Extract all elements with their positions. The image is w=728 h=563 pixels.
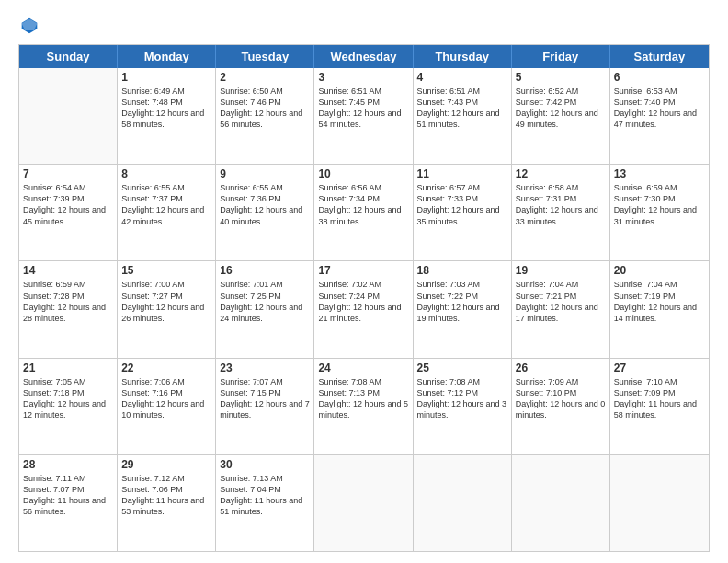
logo-icon	[20, 17, 39, 35]
cal-cell: 7Sunrise: 6:54 AM Sunset: 7:39 PM Daylig…	[19, 165, 118, 260]
cal-cell: 14Sunrise: 6:59 AM Sunset: 7:28 PM Dayli…	[19, 261, 118, 357]
cal-cell: 8Sunrise: 6:55 AM Sunset: 7:37 PM Daylig…	[118, 165, 216, 260]
cell-info: Sunrise: 7:08 AM Sunset: 7:13 PM Dayligh…	[318, 376, 408, 421]
cal-cell: 4Sunrise: 6:51 AM Sunset: 7:43 PM Daylig…	[414, 68, 512, 164]
day-number: 25	[417, 362, 507, 374]
cal-cell: 17Sunrise: 7:02 AM Sunset: 7:24 PM Dayli…	[314, 261, 413, 357]
cell-info: Sunrise: 6:53 AM Sunset: 7:40 PM Dayligh…	[614, 86, 705, 131]
cal-cell: 29Sunrise: 7:12 AM Sunset: 7:06 PM Dayli…	[118, 455, 216, 551]
day-number: 16	[220, 264, 310, 277]
day-number: 17	[318, 264, 408, 277]
day-number: 20	[614, 264, 705, 277]
day-number: 18	[417, 264, 507, 277]
day-number: 23	[220, 362, 310, 374]
cal-cell: 21Sunrise: 7:05 AM Sunset: 7:18 PM Dayli…	[19, 359, 118, 454]
day-number: 28	[23, 458, 113, 471]
day-number: 8	[121, 167, 211, 180]
header-day-wednesday: Wednesday	[314, 45, 413, 68]
week-row-3: 14Sunrise: 6:59 AM Sunset: 7:28 PM Dayli…	[19, 261, 709, 358]
cal-cell: 26Sunrise: 7:09 AM Sunset: 7:10 PM Dayli…	[512, 359, 610, 454]
cell-info: Sunrise: 7:12 AM Sunset: 7:06 PM Dayligh…	[121, 473, 211, 518]
cal-cell: 23Sunrise: 7:07 AM Sunset: 7:15 PM Dayli…	[216, 359, 314, 454]
week-row-1: 1Sunrise: 6:49 AM Sunset: 7:48 PM Daylig…	[19, 68, 709, 165]
cell-info: Sunrise: 7:04 AM Sunset: 7:19 PM Dayligh…	[614, 279, 705, 324]
header-day-tuesday: Tuesday	[216, 45, 314, 68]
cal-cell	[512, 455, 610, 551]
cell-info: Sunrise: 6:57 AM Sunset: 7:33 PM Dayligh…	[417, 182, 507, 227]
cell-info: Sunrise: 6:49 AM Sunset: 7:48 PM Dayligh…	[121, 86, 211, 131]
cell-info: Sunrise: 6:54 AM Sunset: 7:39 PM Dayligh…	[23, 182, 113, 227]
day-number: 3	[318, 71, 408, 84]
cell-info: Sunrise: 7:03 AM Sunset: 7:22 PM Dayligh…	[417, 279, 507, 324]
day-number: 13	[614, 167, 705, 180]
cell-info: Sunrise: 6:51 AM Sunset: 7:45 PM Dayligh…	[318, 86, 408, 131]
day-number: 24	[318, 362, 408, 374]
cal-cell: 28Sunrise: 7:11 AM Sunset: 7:07 PM Dayli…	[19, 455, 118, 551]
cell-info: Sunrise: 7:02 AM Sunset: 7:24 PM Dayligh…	[318, 279, 408, 324]
cell-info: Sunrise: 7:06 AM Sunset: 7:16 PM Dayligh…	[121, 376, 211, 421]
day-number: 15	[121, 264, 211, 277]
cal-cell	[314, 455, 413, 551]
cell-info: Sunrise: 7:05 AM Sunset: 7:18 PM Dayligh…	[23, 376, 113, 421]
cal-cell: 5Sunrise: 6:52 AM Sunset: 7:42 PM Daylig…	[512, 68, 610, 164]
calendar: SundayMondayTuesdayWednesdayThursdayFrid…	[18, 44, 710, 552]
header-day-friday: Friday	[512, 45, 610, 68]
cal-cell: 15Sunrise: 7:00 AM Sunset: 7:27 PM Dayli…	[118, 261, 216, 357]
cal-cell: 16Sunrise: 7:01 AM Sunset: 7:25 PM Dayli…	[216, 261, 314, 357]
cal-cell: 12Sunrise: 6:58 AM Sunset: 7:31 PM Dayli…	[512, 165, 610, 260]
header-day-saturday: Saturday	[610, 45, 709, 68]
cell-info: Sunrise: 7:01 AM Sunset: 7:25 PM Dayligh…	[220, 279, 310, 324]
cal-cell: 18Sunrise: 7:03 AM Sunset: 7:22 PM Dayli…	[414, 261, 512, 357]
cal-cell: 6Sunrise: 6:53 AM Sunset: 7:40 PM Daylig…	[610, 68, 709, 164]
day-number: 9	[220, 167, 310, 180]
cell-info: Sunrise: 7:07 AM Sunset: 7:15 PM Dayligh…	[220, 376, 310, 421]
cell-info: Sunrise: 7:09 AM Sunset: 7:10 PM Dayligh…	[516, 376, 606, 421]
day-number: 2	[220, 71, 310, 84]
day-number: 12	[516, 167, 606, 180]
day-number: 1	[121, 71, 211, 84]
cell-info: Sunrise: 6:52 AM Sunset: 7:42 PM Dayligh…	[516, 86, 606, 131]
day-number: 7	[23, 167, 113, 180]
cal-cell: 3Sunrise: 6:51 AM Sunset: 7:45 PM Daylig…	[314, 68, 413, 164]
cal-cell: 30Sunrise: 7:13 AM Sunset: 7:04 PM Dayli…	[216, 455, 314, 551]
header-day-sunday: Sunday	[19, 45, 118, 68]
cal-cell: 13Sunrise: 6:59 AM Sunset: 7:30 PM Dayli…	[610, 165, 709, 260]
cal-cell: 22Sunrise: 7:06 AM Sunset: 7:16 PM Dayli…	[118, 359, 216, 454]
day-number: 5	[516, 71, 606, 84]
cal-cell: 10Sunrise: 6:56 AM Sunset: 7:34 PM Dayli…	[314, 165, 413, 260]
week-row-5: 28Sunrise: 7:11 AM Sunset: 7:07 PM Dayli…	[19, 455, 709, 551]
week-row-2: 7Sunrise: 6:54 AM Sunset: 7:39 PM Daylig…	[19, 165, 709, 261]
cell-info: Sunrise: 7:00 AM Sunset: 7:27 PM Dayligh…	[121, 279, 211, 324]
cell-info: Sunrise: 6:56 AM Sunset: 7:34 PM Dayligh…	[318, 182, 408, 227]
cell-info: Sunrise: 7:10 AM Sunset: 7:09 PM Dayligh…	[614, 376, 705, 421]
day-number: 10	[318, 167, 408, 180]
cal-cell: 1Sunrise: 6:49 AM Sunset: 7:48 PM Daylig…	[118, 68, 216, 164]
day-number: 11	[417, 167, 507, 180]
cell-info: Sunrise: 6:58 AM Sunset: 7:31 PM Dayligh…	[516, 182, 606, 227]
cal-cell: 20Sunrise: 7:04 AM Sunset: 7:19 PM Dayli…	[610, 261, 709, 357]
cal-cell	[19, 68, 118, 164]
cal-cell	[610, 455, 709, 551]
day-number: 26	[516, 362, 606, 374]
day-number: 4	[417, 71, 507, 84]
day-number: 19	[516, 264, 606, 277]
day-number: 29	[121, 458, 211, 471]
week-row-4: 21Sunrise: 7:05 AM Sunset: 7:18 PM Dayli…	[19, 359, 709, 455]
logo	[18, 18, 39, 35]
cal-cell: 25Sunrise: 7:08 AM Sunset: 7:12 PM Dayli…	[414, 359, 512, 454]
cell-info: Sunrise: 6:50 AM Sunset: 7:46 PM Dayligh…	[220, 86, 310, 131]
header-day-thursday: Thursday	[414, 45, 512, 68]
cell-info: Sunrise: 6:51 AM Sunset: 7:43 PM Dayligh…	[417, 86, 507, 131]
cal-cell	[414, 455, 512, 551]
header-day-monday: Monday	[118, 45, 216, 68]
cell-info: Sunrise: 6:59 AM Sunset: 7:30 PM Dayligh…	[614, 182, 705, 227]
cell-info: Sunrise: 7:08 AM Sunset: 7:12 PM Dayligh…	[417, 376, 507, 421]
cell-info: Sunrise: 7:13 AM Sunset: 7:04 PM Dayligh…	[220, 473, 310, 518]
cal-cell: 27Sunrise: 7:10 AM Sunset: 7:09 PM Dayli…	[610, 359, 709, 454]
cell-info: Sunrise: 7:11 AM Sunset: 7:07 PM Dayligh…	[23, 473, 113, 518]
day-number: 30	[220, 458, 310, 471]
cell-info: Sunrise: 7:04 AM Sunset: 7:21 PM Dayligh…	[516, 279, 606, 324]
cal-cell: 2Sunrise: 6:50 AM Sunset: 7:46 PM Daylig…	[216, 68, 314, 164]
calendar-body: 1Sunrise: 6:49 AM Sunset: 7:48 PM Daylig…	[19, 68, 709, 551]
day-number: 6	[614, 71, 705, 84]
